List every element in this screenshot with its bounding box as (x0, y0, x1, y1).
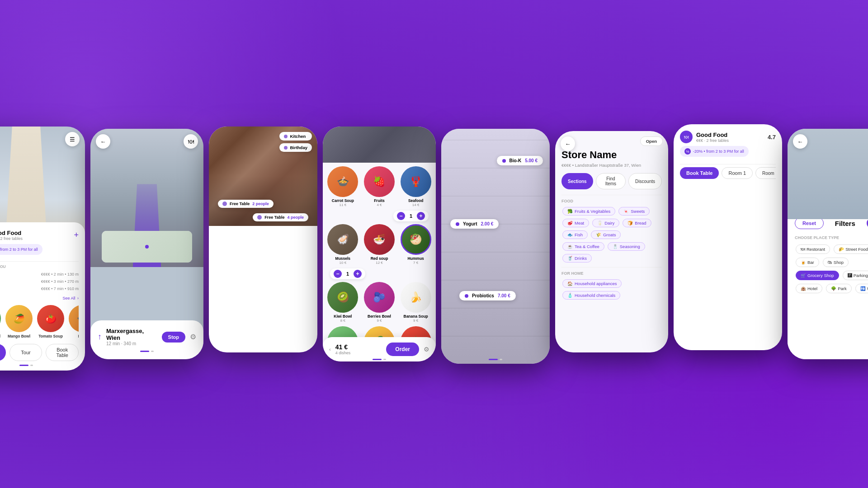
book-table-button[interactable]: Book Table (46, 344, 79, 361)
seafood-price: 14 € (399, 203, 432, 207)
nav-time: 12 min · 340 m (106, 341, 157, 346)
restaurant-rating: 4.7 (768, 134, 776, 141)
menu-icon-2[interactable]: ☰ (65, 132, 80, 146)
birthday-btn[interactable]: Room "Birthday" (755, 167, 776, 179)
page-indicator-6 (489, 359, 502, 360)
back-icon-7[interactable]: ← (561, 136, 575, 151)
row2-minus[interactable]: − (334, 270, 342, 278)
home-section-label: FOR HOME (561, 271, 662, 276)
chip-wc[interactable]: 🚻 WC (855, 284, 868, 293)
chip-bread[interactable]: 🍞 Bread (623, 219, 651, 227)
back-icon-9[interactable]: ← (793, 134, 807, 149)
fruits-img: 🍓 (364, 166, 395, 197)
restaurant-detail-card: 🍽 Good Food €€€ · 2 free tables 4.7 % -2… (674, 124, 782, 187)
order-button[interactable]: Order (386, 343, 419, 356)
photo-overlay (323, 127, 436, 163)
settings-icon[interactable]: ⚙ (190, 333, 196, 341)
food-fruits: 🍓 Fruits 4 € (363, 166, 396, 207)
chip-appliances[interactable]: 🏠 Household appliances (562, 279, 622, 288)
screens-container: ← 📷 📍 🗺 ⏸ Search ⊞ ← (0, 108, 868, 380)
restaurant-detail-info: Good Food €€€ · 2 free tables (696, 131, 729, 143)
food-chips: 🥦 Fruits & Vegitables 🍬 Sweets 🥩 Meat 🥛 … (561, 206, 662, 263)
room1-btn[interactable]: Room 1 (722, 167, 753, 179)
chip-street-food[interactable]: 🌮 Street Food (834, 244, 868, 254)
red-soup-price: 12 € (363, 261, 396, 265)
phone-9: ← ⏸ Reset Filters Done CHOOSE PLACE TYPE… (788, 129, 868, 359)
chip-chemicals[interactable]: 🧴 Household chemicals (562, 291, 620, 300)
chip-sweets[interactable]: 🍬 Sweets (618, 207, 650, 216)
fruits-price: 4 € (363, 203, 396, 207)
order-settings-icon[interactable]: ⚙ (424, 346, 429, 353)
back-icon-3[interactable]: ← (96, 134, 110, 149)
chip-park[interactable]: 🌳 Park (826, 284, 852, 293)
nearby-list: Bread & Tea €€€€ • 2 min • 130 m Best Ca… (0, 272, 79, 291)
chip-meat[interactable]: 🥩 Meat (562, 219, 589, 227)
food-seafood: 🦞 Seafood 14 € (399, 166, 432, 207)
tab-sections[interactable]: Sections (561, 173, 593, 189)
restaurant-detail-icon: 🍽 (680, 131, 693, 143)
home-chips: 🏠 Household appliances 🧴 Household chemi… (561, 278, 662, 300)
chip-hotel[interactable]: 🏨 Hotel (796, 284, 822, 293)
chip-seasoning[interactable]: 🧂 Seasoning (608, 242, 645, 251)
restaurant-name: Good Food (0, 230, 23, 236)
berries-img: 🫐 (364, 282, 395, 313)
store-name: Store Name (561, 149, 662, 161)
food-berries: 🫐 Berries Bowl 9 € (363, 282, 396, 323)
food-mussels: 🦪 Mussels 10 € (326, 224, 359, 265)
food-more: 🍲 Ma... (69, 305, 79, 338)
store-content[interactable]: Store Name €€€€ • Landstraßer Hauptstraß… (555, 131, 668, 352)
tour-button[interactable]: Tour (9, 344, 42, 361)
minimap-dot (145, 245, 149, 249)
food-tomato: 🍅 Tomato Soup (37, 305, 64, 338)
nav-text: Marxergasse, Wien 12 min · 340 m (106, 328, 157, 346)
seafood-plus[interactable]: + (417, 212, 425, 220)
seafood-minus[interactable]: − (397, 212, 405, 220)
chip-parking[interactable]: 🅿 Parking (843, 271, 868, 280)
order-bar: ‹ 41 € 4 dishes Order ⚙ (323, 337, 436, 361)
go-button[interactable]: Go (0, 344, 6, 361)
biok-dot (502, 159, 506, 163)
chip-dairy[interactable]: 🥛 Dairy (592, 219, 619, 227)
page-indicator-5 (373, 359, 386, 360)
expand-icon[interactable]: + (74, 230, 79, 240)
chip-drinks[interactable]: 🥤 Drinks (562, 254, 592, 263)
food-avocado: 🥗 Avocado Bowl (0, 305, 1, 338)
chip-grocery-shop[interactable]: 🛒 Grocery Shop (796, 271, 839, 280)
photo-tags: Kitchen Birthday (279, 132, 312, 152)
book-table-btn-8[interactable]: Book Table (680, 167, 719, 179)
row2-counter-ctrl: − 1 + (330, 268, 365, 279)
chip-groats[interactable]: 🌾 Groats (591, 230, 621, 239)
chip-restaurant[interactable]: 🍽 Restorant (796, 244, 830, 254)
row2-plus[interactable]: + (354, 270, 362, 278)
restaurant-icon-3[interactable]: 🍽 (184, 134, 198, 149)
chip-tea-coffee[interactable]: ☕ Tea & Coffee (562, 242, 604, 251)
biok-tag: Bio-K 5.00 € (497, 156, 543, 165)
chip-shop[interactable]: 🛍 Shop (823, 258, 849, 267)
see-all-text[interactable]: See All (63, 296, 75, 300)
mussels-name: Mussels (326, 256, 359, 261)
see-all-arrow: › (77, 296, 79, 300)
stop-button[interactable]: Stop (162, 332, 185, 343)
table1-tag: Free Table 2 people (218, 200, 274, 208)
discount-badge: % -20% • from 2 to 3 PM for all (0, 244, 42, 255)
phone-5: 🍲 Carrot Soup 11 € 🍓 Fruits 4 € 🦞 Seafoo… (323, 127, 436, 361)
food-grid-container[interactable]: 🍲 Carrot Soup 11 € 🍓 Fruits 4 € 🦞 Seafoo… (323, 163, 436, 339)
birthday-dot (284, 146, 288, 150)
tab-discounts[interactable]: Discounts (628, 173, 662, 189)
chip-fruits[interactable]: 🥦 Fruits & Vegitables (562, 207, 615, 216)
done-button[interactable]: Done (867, 218, 868, 229)
chip-bar[interactable]: 🍺 Bar (796, 258, 819, 267)
divider-home (561, 267, 662, 267)
food-row-1: 🍲 Carrot Soup 11 € 🍓 Fruits 4 € 🦞 Seafoo… (326, 166, 432, 207)
probiotics-tag: Probiotics 7.00 € (459, 291, 516, 300)
hummus-img: 🥙 (401, 224, 431, 255)
chip-fish[interactable]: 🐟 Fish (562, 230, 588, 239)
filters-panel: Reset Filters Done CHOOSE PLACE TYPE 🍽 R… (788, 210, 868, 359)
mussels-img: 🦪 (327, 224, 358, 255)
probiotics-dot (465, 294, 468, 298)
row2-count: 1 (344, 271, 351, 277)
table1-dot (222, 202, 227, 206)
divider-8 (680, 164, 776, 164)
tab-find-items[interactable]: Find Items (596, 173, 626, 189)
prev-icon[interactable]: ‹ (329, 347, 331, 352)
